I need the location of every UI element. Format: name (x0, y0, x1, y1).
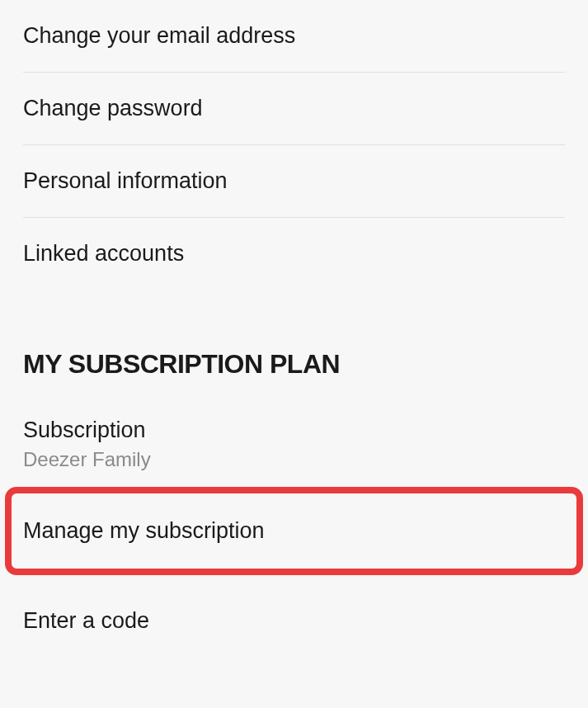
enter-code-item[interactable]: Enter a code (23, 575, 565, 657)
change-email-item[interactable]: Change your email address (23, 0, 565, 73)
manage-subscription-item[interactable]: Manage my subscription (5, 487, 583, 575)
subscription-label: Subscription (23, 418, 565, 443)
change-password-item[interactable]: Change password (23, 73, 565, 145)
subscription-section-header: MY SUBSCRIPTION PLAN (23, 290, 565, 403)
subscription-info[interactable]: Subscription Deezer Family (23, 403, 565, 490)
personal-info-item[interactable]: Personal information (23, 145, 565, 218)
linked-accounts-item[interactable]: Linked accounts (23, 218, 565, 290)
subscription-value: Deezer Family (23, 448, 565, 471)
